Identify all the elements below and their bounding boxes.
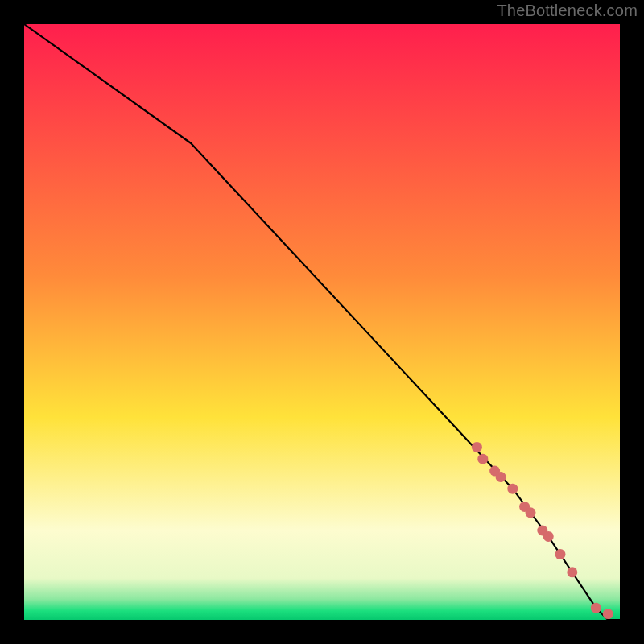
data-marker	[477, 454, 488, 464]
chart-frame: TheBottleneck.com	[0, 0, 644, 644]
data-marker	[472, 442, 482, 452]
data-marker	[507, 484, 518, 494]
gradient-rect	[24, 24, 620, 620]
attribution-label: TheBottleneck.com	[497, 2, 638, 20]
data-marker	[603, 609, 613, 619]
data-marker	[526, 507, 536, 518]
chart-svg	[24, 24, 620, 620]
data-marker	[591, 603, 601, 613]
plot-area	[24, 24, 620, 620]
data-marker	[567, 567, 577, 577]
data-marker	[555, 549, 566, 559]
data-marker	[543, 531, 554, 542]
data-marker	[496, 472, 506, 482]
